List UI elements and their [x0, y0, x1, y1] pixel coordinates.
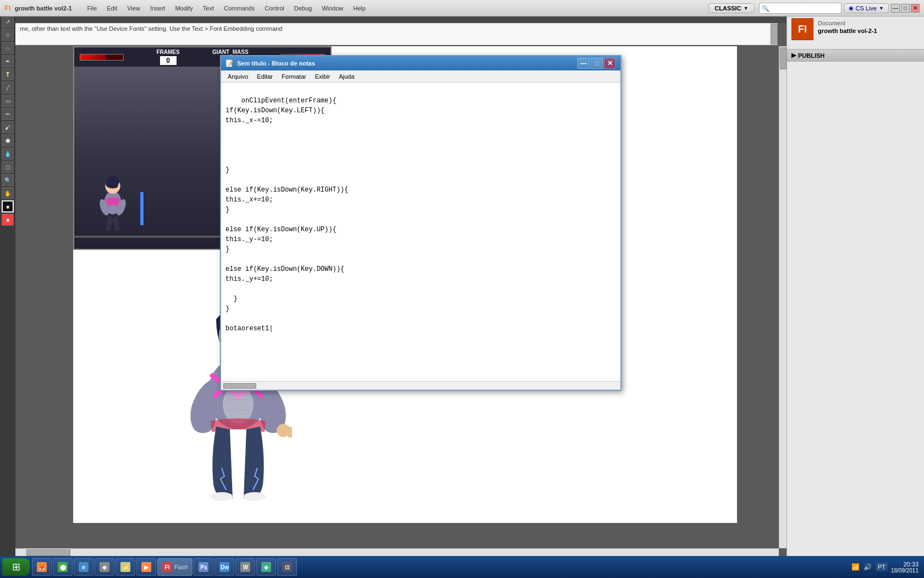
- left-health-fill: [80, 54, 106, 60]
- stroke-color[interactable]: ■: [2, 200, 14, 212]
- notepad-hscroll-thumb[interactable]: [223, 383, 256, 389]
- publish-section[interactable]: ▶ PUBLISH: [787, 49, 924, 62]
- line-tool[interactable]: ╱: [2, 81, 14, 94]
- free-transform-tool[interactable]: ⊹: [2, 29, 14, 41]
- menu-item-insert[interactable]: Insert: [146, 4, 170, 13]
- rect-tool[interactable]: ▭: [2, 95, 14, 107]
- progress-bar-left: [140, 192, 144, 225]
- notepad-text-area[interactable]: onClipEvent(enterFrame){ if(Key.isDown(K…: [221, 83, 620, 381]
- media-icon: ▶: [141, 562, 151, 572]
- start-button[interactable]: ⊞: [2, 558, 30, 576]
- eyedropper-tool[interactable]: 💧: [2, 148, 14, 160]
- taskbar-dreamweaver[interactable]: Dw: [215, 558, 234, 576]
- explorer-icon: 📁: [120, 562, 130, 572]
- properties-panel: ≡ # PROPERTIES ≡ Fl Document growth batt…: [787, 0, 924, 561]
- np-menu-arquivo[interactable]: Arquivo: [223, 72, 252, 81]
- system-clock: 20:33 18/09/2011: [891, 561, 919, 574]
- pencil-tool[interactable]: ✏: [2, 108, 14, 120]
- menu-item-debug[interactable]: Debug: [290, 4, 316, 13]
- notepad-hscrollbar[interactable]: [221, 381, 620, 390]
- text-tool[interactable]: T: [2, 68, 14, 80]
- search-input[interactable]: [759, 3, 842, 14]
- left-toolbar: ↖ ↗ ⊹ ⌓ ✒ T ╱ ▭ ✏ 🖌 ⬟ 💧 ◻ 🔍 ✋ ■ ■: [0, 0, 15, 561]
- minimize-button[interactable]: —: [891, 4, 900, 13]
- main-vscroll-thumb[interactable]: [780, 47, 787, 69]
- cs-live-button[interactable]: ◉ CS Live ▼: [844, 3, 889, 13]
- taskbar-app11[interactable]: ◈: [256, 558, 276, 576]
- taskbar-media[interactable]: ▶: [136, 558, 156, 576]
- notepad-close[interactable]: ✕: [604, 58, 616, 69]
- svg-point-24: [211, 492, 233, 501]
- doc-filename: growth battle vol-2-1: [818, 28, 877, 34]
- clock-time: 20:33: [891, 561, 919, 568]
- main-vscrollbar[interactable]: [779, 46, 787, 548]
- info-scroll-thumb[interactable]: [771, 24, 778, 45]
- menu-item-modify[interactable]: Modify: [170, 4, 197, 13]
- app10-icon: W: [240, 562, 250, 572]
- giant-label: GIANT_MASS: [212, 49, 249, 55]
- main-hscrollbar[interactable]: [15, 548, 779, 556]
- app12-icon: ⊡: [282, 562, 292, 572]
- eraser-tool[interactable]: ◻: [2, 161, 14, 173]
- menu-item-text[interactable]: Text: [199, 4, 218, 13]
- menu-item-help[interactable]: Help: [349, 4, 370, 13]
- doc-type-label: Document: [818, 20, 877, 26]
- close-button[interactable]: ✕: [911, 4, 920, 13]
- language-indicator[interactable]: PT: [876, 563, 888, 571]
- brush-tool[interactable]: 🖌: [2, 121, 14, 133]
- network-icon: 📶: [851, 563, 860, 571]
- svg-point-21: [223, 385, 254, 424]
- taskbar-ie[interactable]: e: [74, 558, 94, 576]
- left-health-bar: [80, 54, 124, 61]
- np-menu-ajuda[interactable]: Ajuda: [334, 72, 359, 81]
- notepad-menu-bar: Arquivo Editar Formatar Exibir Ajuda: [221, 70, 620, 83]
- flash-toolbar: Fl growth battle vol2-1 File Edit View I…: [0, 0, 924, 17]
- np-menu-exibir[interactable]: Exibir: [311, 72, 335, 81]
- taskbar-chrome[interactable]: ⬤: [53, 558, 73, 576]
- triangle-icon: ▶: [791, 52, 796, 59]
- chrome-icon: ⬤: [58, 562, 68, 572]
- taskbar-firefox[interactable]: 🦊: [32, 558, 52, 576]
- subselect-tool[interactable]: ↗: [2, 15, 14, 28]
- properties-content: Fl Document growth battle vol-2-1: [787, 14, 924, 49]
- np-menu-formatar[interactable]: Formatar: [277, 72, 311, 81]
- dw-icon: Dw: [219, 562, 229, 572]
- lasso-tool[interactable]: ⌓: [2, 42, 14, 54]
- menu-item-commands[interactable]: Commands: [219, 4, 259, 13]
- info-text-strip: me, other than text with the "Use Device…: [15, 23, 778, 45]
- taskbar-photoshop[interactable]: Ps: [194, 558, 213, 576]
- np-menu-editar[interactable]: Editar: [252, 72, 277, 81]
- paint-bucket-tool[interactable]: ⬟: [2, 134, 14, 146]
- info-scrollbar[interactable]: [770, 23, 778, 45]
- notepad-title-text: Sem título - Bloco de notas: [237, 60, 315, 67]
- notepad-maximize[interactable]: □: [591, 58, 603, 69]
- main-hscroll-thumb[interactable]: [26, 549, 70, 556]
- pen-tool[interactable]: ✒: [2, 55, 14, 67]
- start-icon: ⊞: [12, 561, 20, 573]
- classic-button[interactable]: CLASSIC ▼: [708, 3, 754, 13]
- cs-live-chevron-icon: ▼: [879, 6, 884, 11]
- notepad-minimize[interactable]: —: [578, 58, 590, 69]
- fill-color[interactable]: ■: [2, 214, 14, 226]
- menu-item-window[interactable]: Window: [317, 4, 348, 13]
- menu-item-file[interactable]: File: [83, 4, 102, 13]
- menu-item-edit[interactable]: Edit: [102, 4, 122, 13]
- taskbar-explorer[interactable]: 📁: [116, 558, 135, 576]
- hud-center: FRAMES 0: [156, 49, 179, 65]
- window-controls: — □ ✕: [891, 4, 920, 13]
- menu-item-control[interactable]: Control: [260, 4, 288, 13]
- notepad-window-controls: — □ ✕: [578, 58, 616, 69]
- app4-icon: ◆: [100, 562, 109, 572]
- ie-icon: e: [79, 562, 89, 572]
- app11-icon: ◈: [261, 562, 271, 572]
- zoom-tool[interactable]: 🔍: [2, 174, 14, 186]
- maximize-button[interactable]: □: [901, 4, 910, 13]
- taskbar-flash[interactable]: Fl Flash: [157, 558, 193, 576]
- taskbar-app4[interactable]: ◆: [95, 558, 114, 576]
- notepad-icon: 📝: [226, 59, 234, 67]
- menu-item-view[interactable]: View: [123, 4, 145, 13]
- taskbar-app12[interactable]: ⊡: [277, 558, 297, 576]
- volume-icon[interactable]: 🔊: [864, 563, 872, 571]
- hand-tool[interactable]: ✋: [2, 187, 14, 199]
- taskbar-app10[interactable]: W: [235, 558, 255, 576]
